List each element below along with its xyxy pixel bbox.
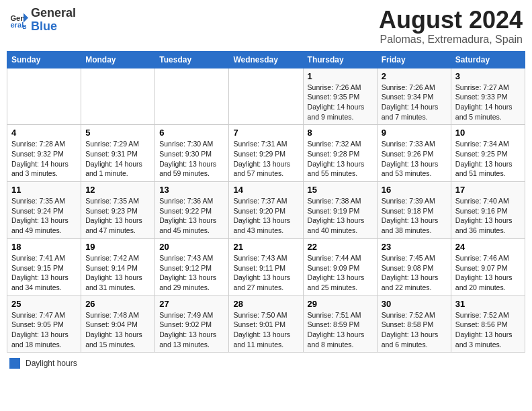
day-number: 10 [455, 128, 521, 138]
day-info: Sunrise: 7:51 AMSunset: 8:59 PMDaylight:… [308, 310, 373, 350]
day-number: 23 [382, 242, 447, 252]
day-info: Sunrise: 7:35 AMSunset: 9:23 PMDaylight:… [85, 196, 150, 236]
day-number: 19 [85, 242, 150, 252]
day-info: Sunrise: 7:26 AMSunset: 9:34 PMDaylight:… [382, 83, 447, 122]
legend: Daylight hours [7, 358, 525, 369]
calendar-cell: 8Sunrise: 7:32 AMSunset: 9:28 PMDaylight… [303, 125, 377, 182]
day-number: 14 [233, 185, 298, 195]
day-info: Sunrise: 7:50 AMSunset: 9:01 PMDaylight:… [233, 310, 298, 350]
day-number: 18 [11, 242, 77, 252]
legend-color-box [9, 358, 20, 369]
calendar-cell: 7Sunrise: 7:31 AMSunset: 9:29 PMDaylight… [229, 125, 303, 182]
day-number: 6 [159, 128, 224, 138]
day-number: 29 [308, 299, 373, 309]
day-info: Sunrise: 7:34 AMSunset: 9:25 PMDaylight:… [455, 139, 521, 179]
day-number: 26 [85, 299, 150, 309]
calendar-cell: 15Sunrise: 7:38 AMSunset: 9:19 PMDayligh… [303, 182, 377, 239]
calendar-cell: 25Sunrise: 7:47 AMSunset: 9:05 PMDayligh… [7, 295, 81, 353]
day-number: 27 [159, 299, 224, 309]
calendar-cell: 4Sunrise: 7:28 AMSunset: 9:32 PMDaylight… [7, 125, 81, 182]
day-number: 5 [85, 128, 150, 138]
calendar-cell: 11Sunrise: 7:35 AMSunset: 9:24 PMDayligh… [7, 182, 81, 239]
calendar-cell: 17Sunrise: 7:40 AMSunset: 9:16 PMDayligh… [451, 182, 525, 239]
day-number: 8 [308, 128, 373, 138]
svg-text:B: B [23, 23, 27, 29]
day-number: 15 [308, 185, 373, 195]
calendar-table: SundayMondayTuesdayWednesdayThursdayFrid… [7, 51, 525, 353]
day-info: Sunrise: 7:38 AMSunset: 9:19 PMDaylight:… [308, 196, 373, 236]
calendar-week-1: 1Sunrise: 7:26 AMSunset: 9:35 PMDaylight… [7, 68, 525, 125]
calendar-cell [155, 68, 229, 125]
calendar-cell: 29Sunrise: 7:51 AMSunset: 8:59 PMDayligh… [303, 295, 377, 353]
logo: Gen eral B General Blue [9, 7, 76, 34]
svg-marker-2 [24, 13, 28, 22]
calendar-cell: 5Sunrise: 7:29 AMSunset: 9:31 PMDaylight… [81, 125, 155, 182]
calendar-cell: 13Sunrise: 7:36 AMSunset: 9:22 PMDayligh… [155, 182, 229, 239]
weekday-header-thursday: Thursday [303, 51, 377, 68]
svg-text:eral: eral [10, 21, 24, 29]
calendar-cell: 27Sunrise: 7:49 AMSunset: 9:02 PMDayligh… [155, 295, 229, 353]
day-number: 16 [382, 185, 447, 195]
calendar-cell: 31Sunrise: 7:52 AMSunset: 8:56 PMDayligh… [451, 295, 525, 353]
calendar-cell: 10Sunrise: 7:34 AMSunset: 9:25 PMDayligh… [451, 125, 525, 182]
day-info: Sunrise: 7:33 AMSunset: 9:26 PMDaylight:… [382, 139, 447, 179]
day-number: 31 [455, 299, 521, 309]
calendar-cell: 6Sunrise: 7:30 AMSunset: 9:30 PMDaylight… [155, 125, 229, 182]
weekday-header-tuesday: Tuesday [155, 51, 229, 68]
calendar-cell: 26Sunrise: 7:48 AMSunset: 9:04 PMDayligh… [81, 295, 155, 353]
day-info: Sunrise: 7:46 AMSunset: 9:07 PMDaylight:… [455, 253, 521, 293]
day-number: 9 [382, 128, 447, 138]
weekday-header-saturday: Saturday [451, 51, 525, 68]
day-info: Sunrise: 7:45 AMSunset: 9:08 PMDaylight:… [382, 253, 447, 293]
day-info: Sunrise: 7:32 AMSunset: 9:28 PMDaylight:… [308, 139, 373, 179]
day-number: 30 [382, 299, 447, 309]
day-number: 7 [233, 128, 298, 138]
weekday-header-sunday: Sunday [7, 51, 81, 68]
day-number: 12 [85, 185, 150, 195]
weekday-header-row: SundayMondayTuesdayWednesdayThursdayFrid… [7, 51, 525, 68]
day-number: 24 [455, 242, 521, 252]
day-number: 2 [382, 71, 447, 81]
day-info: Sunrise: 7:52 AMSunset: 8:58 PMDaylight:… [382, 310, 447, 350]
logo-blue-text: Blue [31, 20, 76, 34]
day-number: 1 [308, 71, 373, 81]
day-info: Sunrise: 7:28 AMSunset: 9:32 PMDaylight:… [11, 139, 77, 179]
calendar-cell: 16Sunrise: 7:39 AMSunset: 9:18 PMDayligh… [377, 182, 451, 239]
calendar-cell: 12Sunrise: 7:35 AMSunset: 9:23 PMDayligh… [81, 182, 155, 239]
calendar-cell [229, 68, 303, 125]
calendar-cell: 20Sunrise: 7:43 AMSunset: 9:12 PMDayligh… [155, 238, 229, 295]
day-info: Sunrise: 7:35 AMSunset: 9:24 PMDaylight:… [11, 196, 77, 236]
day-number: 17 [455, 185, 521, 195]
calendar-week-4: 18Sunrise: 7:41 AMSunset: 9:15 PMDayligh… [7, 238, 525, 295]
day-info: Sunrise: 7:40 AMSunset: 9:16 PMDaylight:… [455, 196, 521, 236]
calendar-cell: 28Sunrise: 7:50 AMSunset: 9:01 PMDayligh… [229, 295, 303, 353]
day-info: Sunrise: 7:37 AMSunset: 9:20 PMDaylight:… [233, 196, 298, 236]
calendar-cell: 22Sunrise: 7:44 AMSunset: 9:09 PMDayligh… [303, 238, 377, 295]
day-info: Sunrise: 7:31 AMSunset: 9:29 PMDaylight:… [233, 139, 298, 179]
calendar-cell: 18Sunrise: 7:41 AMSunset: 9:15 PMDayligh… [7, 238, 81, 295]
header: Gen eral B General Blue August 2024 Palo… [7, 7, 525, 46]
day-info: Sunrise: 7:41 AMSunset: 9:15 PMDaylight:… [11, 253, 77, 293]
logo-general-text: General [31, 7, 76, 20]
day-number: 13 [159, 185, 224, 195]
calendar-cell: 23Sunrise: 7:45 AMSunset: 9:08 PMDayligh… [377, 238, 451, 295]
calendar-cell: 2Sunrise: 7:26 AMSunset: 9:34 PMDaylight… [377, 68, 451, 125]
legend-label: Daylight hours [26, 359, 77, 368]
day-info: Sunrise: 7:36 AMSunset: 9:22 PMDaylight:… [159, 196, 224, 236]
day-number: 25 [11, 299, 77, 309]
day-info: Sunrise: 7:42 AMSunset: 9:14 PMDaylight:… [85, 253, 150, 293]
calendar-cell: 30Sunrise: 7:52 AMSunset: 8:58 PMDayligh… [377, 295, 451, 353]
calendar-week-3: 11Sunrise: 7:35 AMSunset: 9:24 PMDayligh… [7, 182, 525, 239]
page-title: August 2024 [379, 7, 523, 34]
calendar-cell [81, 68, 155, 125]
calendar-cell: 14Sunrise: 7:37 AMSunset: 9:20 PMDayligh… [229, 182, 303, 239]
day-info: Sunrise: 7:48 AMSunset: 9:04 PMDaylight:… [85, 310, 150, 350]
day-info: Sunrise: 7:44 AMSunset: 9:09 PMDaylight:… [308, 253, 373, 293]
day-number: 3 [455, 71, 521, 81]
weekday-header-monday: Monday [81, 51, 155, 68]
day-number: 22 [308, 242, 373, 252]
calendar-cell: 19Sunrise: 7:42 AMSunset: 9:14 PMDayligh… [81, 238, 155, 295]
day-info: Sunrise: 7:52 AMSunset: 8:56 PMDaylight:… [455, 310, 521, 350]
calendar-cell: 24Sunrise: 7:46 AMSunset: 9:07 PMDayligh… [451, 238, 525, 295]
day-info: Sunrise: 7:29 AMSunset: 9:31 PMDaylight:… [85, 139, 150, 179]
